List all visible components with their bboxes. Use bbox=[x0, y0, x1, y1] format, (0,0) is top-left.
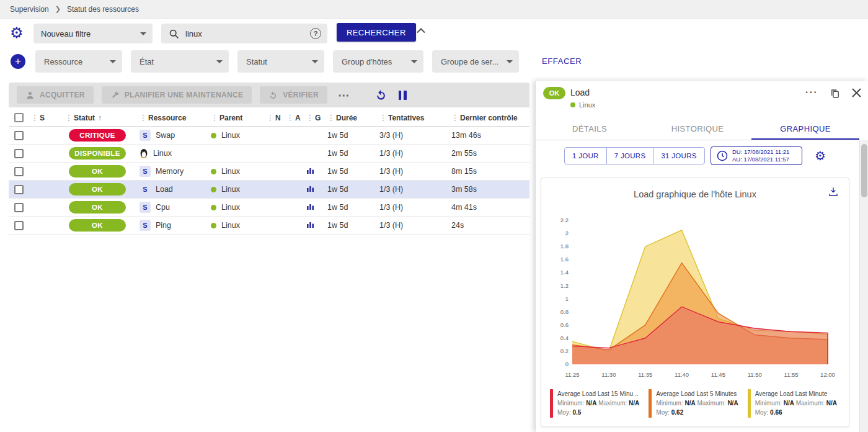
column-kebab-icon[interactable]: ⋮ bbox=[286, 114, 294, 122]
criteria-dropdown-ressource[interactable]: Ressource bbox=[35, 50, 122, 73]
pause-icon[interactable] bbox=[399, 91, 407, 100]
panel-scrollbar[interactable] bbox=[859, 140, 868, 432]
select-all-checkbox[interactable] bbox=[14, 113, 24, 122]
graph-icon[interactable] bbox=[306, 220, 314, 228]
column-header-duree[interactable]: ⋮ Durée bbox=[327, 114, 379, 122]
table-row-swap[interactable]: CRITIQUE SSwap Linux 1w 5d 3/3 (H) 13m 4… bbox=[9, 127, 529, 145]
cell-resource[interactable]: SSwap bbox=[140, 130, 211, 141]
graph-icon[interactable] bbox=[306, 166, 314, 174]
criteria-dropdown-group-d-hotes[interactable]: Group d'hôtes bbox=[333, 50, 423, 73]
row-checkbox[interactable] bbox=[14, 131, 24, 140]
row-checkbox[interactable] bbox=[14, 203, 24, 212]
row-checkbox[interactable] bbox=[14, 185, 24, 194]
cell-resource[interactable]: SPing bbox=[140, 220, 211, 231]
column-header-n[interactable]: ⋮ N bbox=[267, 114, 286, 122]
criteria-dropdown-etat[interactable]: État bbox=[131, 50, 229, 73]
acknowledge-button[interactable]: ACQUITTER bbox=[17, 86, 94, 104]
time-button-1-jour[interactable]: 1 JOUR bbox=[564, 147, 607, 164]
service-icon: S bbox=[140, 202, 151, 213]
load-area-chart[interactable]: 00.20.40.60.811.21.41.61.822.211:2511:30… bbox=[546, 213, 838, 382]
legend-average: Moy: 0.66 bbox=[755, 408, 837, 417]
table-row-cpu[interactable]: OK SCpu Linux 1w 5d 1/3 (H) 4m 41s bbox=[9, 199, 529, 217]
download-icon[interactable] bbox=[828, 186, 839, 200]
panel-more-icon[interactable]: ⋯ bbox=[805, 84, 817, 99]
column-header-s[interactable]: ⋮ S bbox=[31, 114, 65, 122]
legend-color-bar bbox=[649, 389, 652, 418]
column-header-ressource[interactable]: ⋮ Ressource bbox=[140, 114, 211, 122]
column-kebab-icon[interactable]: ⋮ bbox=[379, 114, 387, 122]
column-header-g[interactable]: ⋮ G bbox=[306, 114, 327, 122]
column-kebab-icon[interactable]: ⋮ bbox=[140, 114, 147, 122]
parent-status-dot bbox=[211, 205, 216, 210]
check-button[interactable]: VÉRIFIER bbox=[260, 86, 327, 104]
time-button-31-jours[interactable]: 31 JOURS bbox=[653, 147, 704, 164]
column-kebab-icon[interactable]: ⋮ bbox=[267, 114, 274, 122]
column-header-tentatives[interactable]: ⋮ Tentatives bbox=[379, 114, 451, 122]
cell-parent[interactable]: Linux bbox=[211, 131, 267, 140]
chevron-up-icon[interactable] bbox=[417, 28, 425, 34]
column-kebab-icon[interactable]: ⋮ bbox=[31, 114, 38, 122]
row-checkbox[interactable] bbox=[14, 149, 24, 158]
table-row-load[interactable]: OK SLoad Linux 1w 5d 1/3 (H) 3m 58s bbox=[9, 181, 529, 199]
date-range-picker[interactable]: DU: 17/08/2021 11:21 AU: 17/08/2021 11:5… bbox=[711, 146, 802, 165]
legend-item-average-load-last-15-minu[interactable]: Average Load Last 15 Minu .. Minimum: N/… bbox=[550, 389, 649, 418]
column-kebab-icon[interactable]: ⋮ bbox=[65, 114, 73, 122]
refresh-icon[interactable] bbox=[375, 89, 387, 101]
help-icon[interactable]: ? bbox=[310, 28, 321, 39]
criteria-dropdown-groupe-de-ser[interactable]: Groupe de ser... bbox=[432, 50, 519, 73]
more-actions-icon[interactable]: ⋯ bbox=[335, 88, 352, 102]
tab-historique[interactable]: HISTORIQUE bbox=[644, 119, 751, 140]
graph-icon[interactable] bbox=[306, 202, 314, 210]
tab-graphique[interactable]: GRAPHIQUE bbox=[751, 119, 859, 140]
legend-item-average-load-last-minute[interactable]: Average Load Last Minute Minimum: N/A Ma… bbox=[748, 389, 846, 418]
search-button[interactable]: RECHERCHER bbox=[337, 23, 416, 42]
search-box[interactable]: ? bbox=[161, 24, 327, 43]
sort-asc-icon[interactable]: ↑ bbox=[98, 114, 102, 122]
graph-icon[interactable] bbox=[306, 184, 314, 192]
table-row-memory[interactable]: OK SMemory Linux 1w 5d 1/3 (H) 8m 15s bbox=[9, 163, 529, 181]
svg-text:0.6: 0.6 bbox=[560, 322, 569, 328]
copy-link-icon[interactable] bbox=[830, 88, 841, 102]
row-checkbox[interactable] bbox=[14, 221, 24, 230]
filter-settings-gear-icon[interactable]: ⚙ bbox=[10, 24, 24, 42]
cell-parent[interactable]: Linux bbox=[211, 203, 267, 212]
criteria-dropdown-statut[interactable]: Statut bbox=[237, 50, 324, 73]
column-kebab-icon[interactable]: ⋮ bbox=[211, 114, 218, 122]
column-kebab-icon[interactable]: ⋮ bbox=[306, 114, 314, 122]
time-button-7-jours[interactable]: 7 JOURS bbox=[606, 147, 654, 164]
column-kebab-icon[interactable]: ⋮ bbox=[451, 114, 459, 122]
maintenance-button[interactable]: PLANIFIER UNE MAINTENANCE bbox=[102, 86, 252, 104]
cell-parent[interactable]: Linux bbox=[211, 185, 267, 194]
cell-last-check: 8m 15s bbox=[451, 167, 529, 176]
scrollbar-thumb[interactable] bbox=[861, 144, 867, 197]
search-input[interactable] bbox=[185, 29, 304, 38]
column-kebab-icon[interactable]: ⋮ bbox=[327, 114, 335, 122]
table-row-ping[interactable]: OK SPing Linux 1w 5d 1/3 (H) 24s bbox=[9, 217, 529, 235]
column-header-a[interactable]: ⋮ A bbox=[286, 114, 306, 122]
cell-resource[interactable]: SCpu bbox=[140, 202, 211, 213]
cell-parent[interactable]: Linux bbox=[211, 167, 267, 176]
status-badge: CRITIQUE bbox=[65, 129, 140, 142]
saved-filter-select[interactable]: Nouveau filtre bbox=[33, 24, 153, 43]
cell-parent[interactable]: Linux bbox=[211, 221, 267, 230]
legend-minmax: Minimum: N/A Maximum: N/A bbox=[557, 398, 639, 408]
column-header-statut[interactable]: ⋮ Statut ↑ bbox=[65, 114, 140, 122]
clear-filters-button[interactable]: EFFACER bbox=[542, 56, 582, 66]
graph-settings-gear-icon[interactable]: ⚙ bbox=[815, 148, 826, 163]
cell-tries: 1/3 (H) bbox=[379, 185, 451, 194]
legend-item-average-load-last-5-minutes[interactable]: Average Load Last 5 Minutes Minimum: N/A… bbox=[649, 389, 747, 418]
cell-resource[interactable]: SLoad bbox=[140, 184, 211, 195]
cell-resource[interactable]: Linux bbox=[140, 148, 211, 158]
add-criteria-icon[interactable]: + bbox=[11, 54, 25, 69]
breadcrumb-item[interactable]: Supervision bbox=[10, 5, 49, 14]
service-icon: S bbox=[140, 184, 151, 195]
column-header-parent[interactable]: ⋮ Parent bbox=[211, 114, 267, 122]
close-icon[interactable] bbox=[852, 88, 861, 100]
table-row-linux[interactable]: DISPONIBLE Linux 1w 5d 1/3 (H) 2m 55s bbox=[9, 145, 529, 163]
column-header-dernier-controle[interactable]: ⋮ Dernier contrôle bbox=[451, 114, 529, 122]
row-checkbox[interactable] bbox=[14, 167, 24, 176]
legend-minmax: Minimum: N/A Maximum: N/A bbox=[656, 398, 738, 408]
tab-details[interactable]: DÉTAILS bbox=[536, 119, 644, 140]
cell-duration: 1w 5d bbox=[327, 149, 379, 158]
cell-resource[interactable]: SMemory bbox=[140, 166, 211, 177]
